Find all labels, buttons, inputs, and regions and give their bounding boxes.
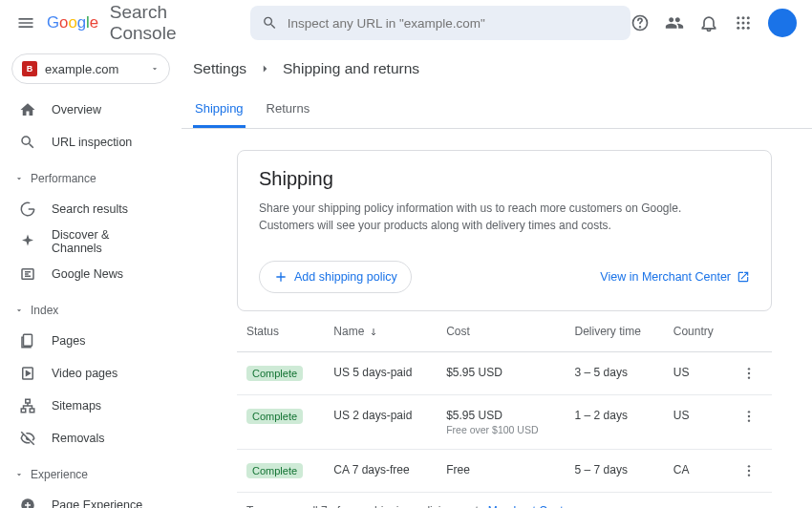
account-avatar[interactable]	[768, 9, 797, 37]
svg-point-23	[748, 376, 750, 378]
shipping-intro-card: Shipping Share your shipping policy info…	[237, 150, 772, 311]
th-cost[interactable]: Cost	[437, 311, 565, 352]
menu-button[interactable]	[15, 11, 37, 34]
row-menu-button[interactable]	[732, 395, 772, 450]
svg-point-10	[742, 27, 745, 30]
chevron-right-icon	[258, 62, 271, 75]
svg-point-26	[748, 419, 750, 421]
open-in-new-icon	[737, 270, 750, 284]
svg-point-7	[742, 22, 745, 25]
svg-point-9	[737, 27, 739, 30]
table-row[interactable]: Complete US 5 days-paid $5.95 USD 3 – 5 …	[237, 352, 772, 395]
sidebar: B example.com Overview URL inspection Pe…	[0, 46, 182, 508]
svg-point-5	[747, 16, 750, 19]
table-footer-text: To manage all 7 of your shipping policie…	[237, 493, 772, 508]
users-button[interactable]	[665, 13, 684, 32]
svg-point-11	[747, 27, 750, 30]
tab-shipping[interactable]: Shipping	[193, 92, 246, 128]
pages-icon	[19, 332, 36, 349]
sidebar-item-overview[interactable]: Overview	[6, 94, 176, 126]
visibility-off-icon	[19, 430, 36, 447]
dropdown-icon	[150, 64, 160, 74]
sidebar-item-removals[interactable]: Removals	[6, 422, 176, 455]
svg-point-3	[737, 16, 739, 19]
sidebar-item-sitemaps[interactable]: Sitemaps	[6, 390, 176, 422]
sidebar-item-discover[interactable]: Discover & Channels	[6, 225, 176, 258]
notifications-button[interactable]	[699, 13, 718, 32]
more-vert-icon	[741, 366, 757, 381]
status-badge: Complete	[246, 463, 303, 478]
search-icon	[262, 14, 278, 32]
add-shipping-policy-button[interactable]: Add shipping policy	[259, 261, 412, 293]
hamburger-icon	[16, 13, 35, 32]
sitemap-icon	[19, 397, 36, 414]
svg-point-27	[748, 465, 750, 467]
cell-country: CA	[664, 450, 733, 493]
cell-delivery: 3 – 5 days	[566, 352, 664, 395]
tab-returns[interactable]: Returns	[265, 92, 312, 128]
sidebar-section-index[interactable]: Index	[6, 296, 176, 325]
property-name: example.com	[45, 62, 150, 76]
help-button[interactable]	[630, 13, 650, 32]
sidebar-item-video-pages[interactable]: Video pages	[6, 357, 176, 390]
table-row[interactable]: Complete CA 7 days-free Free 5 – 7 days …	[237, 450, 772, 493]
url-inspect-input[interactable]	[288, 16, 619, 31]
row-menu-button[interactable]	[732, 450, 772, 493]
cell-country: US	[664, 395, 733, 450]
svg-point-29	[748, 474, 750, 476]
home-icon	[19, 101, 36, 118]
bell-icon	[699, 13, 718, 32]
svg-rect-16	[21, 409, 26, 413]
chevron-down-icon	[14, 470, 24, 479]
help-icon	[630, 13, 650, 32]
news-icon	[19, 265, 36, 283]
sidebar-section-performance[interactable]: Performance	[6, 164, 176, 193]
tabs: Shipping Returns	[182, 92, 812, 129]
video-page-icon	[19, 365, 36, 382]
th-country[interactable]: Country	[664, 311, 733, 352]
cell-cost: Free	[437, 450, 565, 493]
product-logo[interactable]: Google Search Console	[47, 2, 231, 44]
row-menu-button[interactable]	[732, 352, 772, 395]
breadcrumb: Settings Shipping and returns	[182, 46, 812, 92]
breadcrumb-parent[interactable]: Settings	[193, 60, 246, 77]
badge-plus-icon	[19, 497, 36, 508]
sidebar-item-page-experience[interactable]: Page Experience	[6, 489, 176, 508]
google-logo-icon: Google	[47, 12, 106, 33]
url-inspect-search[interactable]	[250, 6, 630, 40]
product-name: Search Console	[110, 2, 231, 44]
cell-name: US 5 days-paid	[324, 352, 437, 395]
svg-point-24	[748, 411, 750, 413]
svg-rect-17	[30, 409, 34, 413]
svg-point-2	[640, 27, 641, 28]
sidebar-section-experience[interactable]: Experience	[6, 460, 176, 489]
property-selector[interactable]: B example.com	[11, 53, 170, 84]
shipping-policies-table-card: Status Name Cost Delivery time Country C…	[237, 311, 772, 508]
apps-button[interactable]	[734, 13, 753, 32]
cell-delivery: 5 – 7 days	[566, 450, 664, 493]
sidebar-item-google-news[interactable]: Google News	[6, 258, 176, 290]
sidebar-item-pages[interactable]: Pages	[6, 325, 176, 357]
sidebar-item-search-results[interactable]: Search results	[6, 193, 176, 225]
table-row[interactable]: Complete US 2 days-paid $5.95 USDFree ov…	[237, 395, 772, 450]
card-description-line2: Customers will see your products along w…	[259, 217, 750, 234]
th-name[interactable]: Name	[324, 311, 437, 352]
more-vert-icon	[741, 409, 757, 424]
th-delivery[interactable]: Delivery time	[566, 311, 664, 352]
view-merchant-center-link[interactable]: View in Merchant Center	[600, 270, 750, 284]
card-title: Shipping	[259, 168, 750, 190]
th-status[interactable]: Status	[237, 311, 324, 352]
g-logo-icon	[19, 201, 36, 218]
users-icon	[665, 13, 684, 32]
cell-delivery: 1 – 2 days	[566, 395, 664, 450]
property-favicon: B	[22, 61, 37, 76]
sort-down-icon	[368, 327, 379, 338]
svg-point-8	[747, 22, 750, 25]
status-badge: Complete	[246, 366, 303, 381]
merchant-center-link[interactable]: Merchant Center	[488, 504, 573, 508]
svg-point-22	[748, 372, 750, 374]
cell-name: CA 7 days-free	[324, 450, 437, 493]
cell-name: US 2 days-paid	[324, 395, 437, 450]
sidebar-item-url-inspection[interactable]: URL inspection	[6, 126, 176, 159]
plus-icon	[273, 269, 288, 285]
